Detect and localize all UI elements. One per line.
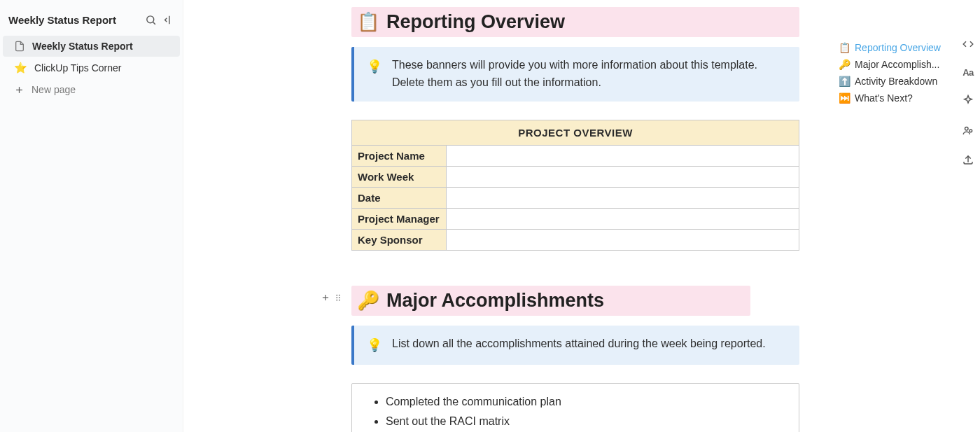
new-page-label: New page [31, 84, 76, 95]
lightbulb-icon: 💡 [367, 336, 382, 356]
collapse-sidebar-icon[interactable] [162, 14, 174, 26]
share-icon[interactable] [962, 153, 974, 166]
new-page-button[interactable]: New page [0, 79, 183, 100]
workspace-title: Weekly Status Report [8, 14, 139, 26]
toc-item-major-accomplishments[interactable]: 🔑 Major Accomplish... [839, 56, 944, 73]
svg-point-14 [969, 130, 972, 132]
info-banner[interactable]: 💡 List down all the accomplishments atta… [351, 326, 799, 365]
clipboard-icon: 📋 [839, 42, 850, 53]
key-icon: 🔑 [839, 59, 850, 70]
table-title: PROJECT OVERVIEW [352, 120, 799, 145]
svg-point-0 [147, 16, 154, 23]
clipboard-icon: 📋 [357, 11, 379, 33]
collaborators-icon[interactable] [962, 124, 974, 137]
row-label: Project Manager [352, 208, 447, 229]
key-icon: 🔑 [357, 290, 379, 312]
accomplishments-list[interactable]: Completed the communication plan Sent ou… [351, 383, 799, 432]
table-of-contents: 📋 Reporting Overview 🔑 Major Accomplish.… [839, 39, 944, 106]
info-banner[interactable]: 💡 These banners will provide you with mo… [351, 47, 799, 102]
document-icon [14, 41, 25, 52]
svg-point-9 [336, 297, 337, 298]
drag-handle-icon[interactable] [333, 293, 343, 302]
next-track-icon: ⏭️ [839, 92, 850, 104]
banner-text: List down all the accomplishments attain… [392, 335, 766, 356]
add-block-icon[interactable] [321, 293, 330, 302]
heading-block-major-accomplishments[interactable]: 🔑 Major Accomplishments [351, 286, 799, 316]
svg-point-7 [336, 294, 337, 295]
sidebar-header: Weekly Status Report [0, 10, 183, 36]
page-width-icon[interactable] [962, 38, 974, 50]
toc-label: Reporting Overview [855, 42, 941, 53]
list-item[interactable]: Completed the communication plan [386, 392, 786, 411]
heading-text: Major Accomplishments [386, 290, 604, 312]
project-overview-table[interactable]: PROJECT OVERVIEW Project Name Work Week … [351, 120, 799, 251]
svg-point-8 [339, 294, 340, 295]
plus-icon [14, 85, 24, 95]
heading-major-accomplishments: 🔑 Major Accomplishments [351, 286, 750, 316]
svg-point-13 [965, 127, 969, 131]
toc-item-reporting-overview[interactable]: 📋 Reporting Overview [839, 39, 944, 56]
block-controls [321, 293, 343, 302]
sidebar-item-label: ClickUp Tips Corner [34, 62, 121, 74]
list-item[interactable]: Sent out the RACI matrix [386, 412, 786, 431]
row-label: Project Name [352, 145, 447, 166]
row-label: Work Week [352, 166, 447, 187]
document-canvas: 📋 Reporting Overview 💡 These banners wil… [183, 0, 980, 432]
row-label: Date [352, 187, 447, 208]
toc-label: Major Accomplish... [855, 59, 939, 70]
row-value[interactable] [447, 208, 799, 229]
svg-point-11 [336, 299, 337, 300]
toc-label: Activity Breakdown [855, 76, 937, 87]
svg-point-12 [339, 299, 340, 300]
right-tool-rail: Aa [962, 38, 974, 166]
banner-text: These banners will provide you with more… [392, 57, 787, 92]
row-value[interactable] [447, 187, 799, 208]
table-row[interactable]: Key Sponsor [352, 229, 799, 250]
table-row[interactable]: Date [352, 187, 799, 208]
table-row[interactable]: Project Manager [352, 208, 799, 229]
typography-icon[interactable]: Aa [962, 67, 974, 78]
toc-label: What's Next? [855, 92, 913, 104]
toc-item-whats-next[interactable]: ⏭️ What's Next? [839, 90, 944, 106]
heading-block-reporting-overview[interactable]: 📋 Reporting Overview [351, 7, 799, 37]
sidebar-item-label: Weekly Status Report [32, 41, 133, 52]
svg-line-1 [153, 22, 155, 25]
sidebar: Weekly Status Report Weekly Status Repor… [0, 0, 183, 432]
svg-point-10 [339, 297, 340, 298]
search-icon[interactable] [145, 14, 157, 26]
star-icon: ⭐ [14, 62, 27, 74]
up-arrow-icon: ⬆️ [839, 76, 850, 87]
heading-reporting-overview: 📋 Reporting Overview [351, 7, 799, 37]
toc-item-activity-breakdown[interactable]: ⬆️ Activity Breakdown [839, 73, 944, 90]
row-value[interactable] [447, 229, 799, 250]
row-value[interactable] [447, 145, 799, 166]
table-row[interactable]: Project Name [352, 145, 799, 166]
row-value[interactable] [447, 166, 799, 187]
sidebar-item-clickup-tips-corner[interactable]: ⭐ ClickUp Tips Corner [0, 57, 183, 79]
table-row[interactable]: Work Week [352, 166, 799, 187]
document-body[interactable]: 📋 Reporting Overview 💡 These banners wil… [351, 7, 799, 432]
row-label: Key Sponsor [352, 229, 447, 250]
heading-text: Reporting Overview [386, 11, 565, 33]
sidebar-item-weekly-status-report[interactable]: Weekly Status Report [3, 36, 180, 57]
lightbulb-icon: 💡 [367, 57, 382, 92]
ai-icon[interactable] [962, 95, 974, 107]
